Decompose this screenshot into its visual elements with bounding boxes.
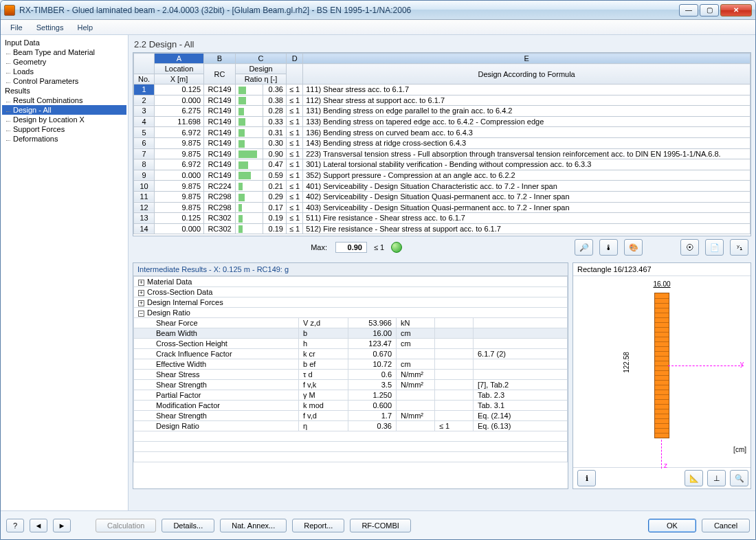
tree-input-data[interactable]: Input Data: [2, 38, 126, 47]
tree-support-forces[interactable]: Support Forces: [2, 124, 126, 134]
beam-shape: [654, 293, 669, 438]
expand-icon[interactable]: +: [138, 300, 144, 306]
prev-button[interactable]: ◄: [30, 519, 47, 532]
table-row[interactable]: 5 6.972 RC149 0.31 ≤ 1 136) Bending stre…: [134, 127, 751, 138]
calculation-button[interactable]: Calculation: [96, 519, 156, 532]
table-row[interactable]: 9 0.000 RC149 0.59 ≤ 1 352) Support pres…: [134, 170, 751, 181]
navigation-tree[interactable]: Input Data Beam Type and Material Geomet…: [1, 35, 129, 510]
detail-row[interactable]: Design Ratio η 0.36 ≤ 1 Eq. (6.13): [134, 421, 568, 431]
cancel-button[interactable]: Cancel: [702, 519, 750, 532]
filter-button-2[interactable]: 🌡: [599, 239, 618, 256]
view-button-3[interactable]: ʸ₁: [730, 239, 748, 256]
col-e[interactable]: E: [303, 54, 751, 64]
col-c[interactable]: C: [236, 54, 287, 64]
tree-result-combinations[interactable]: Result Combinations: [2, 95, 126, 105]
tree-design-location[interactable]: Design by Location X: [2, 115, 126, 124]
col-b[interactable]: B: [204, 54, 236, 64]
max-le: ≤ 1: [371, 243, 387, 251]
max-value: 0.90: [335, 242, 367, 253]
menubar: File Settings Help: [1, 20, 755, 35]
head-no: No.: [134, 74, 155, 85]
tree-geometry[interactable]: Geometry: [2, 57, 126, 67]
zoom-button[interactable]: 🔍: [730, 470, 748, 486]
status-ok-icon: [391, 242, 402, 253]
intermediate-title: Intermediate Results - X: 0.125 m - RC14…: [133, 263, 568, 276]
info-button[interactable]: ℹ: [577, 470, 596, 486]
close-button[interactable]: ✕: [720, 4, 752, 16]
detail-row[interactable]: Modification Factor k mod 0.600 Tab. 3.1: [134, 401, 568, 411]
footer: ? ◄ ► Calculation Details... Nat. Annex.…: [1, 510, 755, 539]
menu-file[interactable]: File: [5, 22, 28, 33]
next-button[interactable]: ►: [53, 519, 71, 532]
help-button[interactable]: ?: [6, 519, 24, 532]
nat-annex-button[interactable]: Nat. Annex...: [220, 519, 287, 532]
col-a[interactable]: A: [155, 54, 204, 64]
head-rc: RC: [204, 64, 236, 85]
table-row[interactable]: 4 11.698 RC149 0.33 ≤ 1 133) Bending str…: [134, 116, 751, 127]
cross-section-panel: Rectangle 16/123.467 16.00 122.58 y z [c…: [572, 262, 751, 489]
stress-button[interactable]: 📐: [685, 470, 703, 486]
expand-icon[interactable]: +: [138, 280, 144, 286]
cs-name: Rectangle 16/123.467: [573, 263, 751, 276]
collapse-icon[interactable]: −: [138, 311, 144, 317]
view-button-2[interactable]: 📄: [705, 239, 724, 256]
tree-design-all[interactable]: Design - All: [2, 105, 126, 115]
col-d[interactable]: D: [287, 54, 303, 64]
detail-row[interactable]: Cross-Section Height h 123.47 cm: [134, 339, 568, 349]
tree-loads[interactable]: Loads: [2, 67, 126, 76]
detail-row[interactable]: Effective Width b ef 10.72 cm: [134, 359, 568, 370]
cs-drawing: 16.00 122.58 y z [cm]: [573, 276, 751, 467]
table-row[interactable]: 13 0.125 RC302 0.19 ≤ 1 511) Fire resist…: [134, 213, 751, 224]
detail-row[interactable]: Shear Strength f v,d 1.7 N/mm² Eq. (2.14…: [134, 411, 568, 421]
view-button-1[interactable]: 🖸: [680, 239, 699, 256]
table-row[interactable]: 2 0.000 RC149 0.38 ≤ 1 112) Shear stress…: [134, 95, 751, 106]
titlebar: RX-TIMBER - Glued laminated beam - 2.04.…: [1, 1, 755, 20]
color-button[interactable]: 🎨: [624, 239, 643, 256]
head-x: X [m]: [155, 74, 204, 85]
tree-deformations[interactable]: Deformations: [2, 134, 126, 144]
table-row[interactable]: 8 6.972 RC149 0.47 ≤ 1 301) Lateral tors…: [134, 159, 751, 170]
table-row[interactable]: 3 6.275 RC149 0.28 ≤ 1 131) Bending stre…: [134, 106, 751, 117]
report-button[interactable]: Report...: [292, 519, 344, 532]
design-grid[interactable]: A B C D E Location RC Design Design Acco…: [133, 52, 751, 236]
axes-button[interactable]: ⊥: [707, 470, 726, 486]
rf-combi-button[interactable]: RF-COMBI: [350, 519, 410, 532]
table-row[interactable]: 11 9.875 RC298 0.29 ≤ 1 402) Serviceabil…: [134, 191, 751, 202]
head-formula: Design According to Formula: [303, 64, 751, 85]
tree-control[interactable]: Control Parameters: [2, 76, 126, 86]
detail-row[interactable]: Beam Width b 16.00 cm: [134, 328, 568, 339]
head-ratio: Ratio η [-]: [236, 74, 287, 85]
head-design: Design: [236, 64, 287, 74]
detail-row[interactable]: Shear Strength f v,k 3.5 N/mm² [7], Tab.…: [134, 380, 568, 390]
page-title: 2.2 Design - All: [133, 36, 751, 52]
menu-help[interactable]: Help: [71, 22, 98, 33]
table-row[interactable]: 10 9.875 RC224 0.21 ≤ 1 401) Serviceabil…: [134, 181, 751, 192]
tree-results[interactable]: Results: [2, 86, 126, 95]
ok-button[interactable]: OK: [648, 519, 696, 532]
maximize-button[interactable]: ▢: [700, 4, 719, 16]
intermediate-results: Intermediate Results - X: 0.125 m - RC14…: [133, 262, 568, 489]
max-label: Max:: [135, 243, 331, 251]
table-row[interactable]: 12 9.875 RC298 0.17 ≤ 1 403) Serviceabil…: [134, 202, 751, 213]
head-location: Location: [155, 64, 204, 74]
app-icon: [4, 5, 15, 16]
details-button[interactable]: Details...: [162, 519, 214, 532]
minimize-button[interactable]: ―: [679, 4, 698, 16]
table-row[interactable]: 1 0.125 RC149 0.36 ≤ 1 111) Shear stress…: [134, 85, 751, 95]
detail-row[interactable]: Shear Force V z,d 53.966 kN: [134, 318, 568, 328]
detail-row[interactable]: Partial Factor γ M 1.250 Tab. 2.3: [134, 390, 568, 401]
window-title: RX-TIMBER - Glued laminated beam - 2.04.…: [19, 5, 679, 15]
expand-icon[interactable]: +: [138, 290, 144, 296]
table-row[interactable]: 14 0.000 RC302 0.19 ≤ 1 512) Fire resist…: [134, 223, 751, 234]
tree-beam-type[interactable]: Beam Type and Material: [2, 47, 126, 57]
table-row[interactable]: 6 9.875 RC149 0.30 ≤ 1 143) Bending stre…: [134, 137, 751, 148]
menu-settings[interactable]: Settings: [31, 22, 69, 33]
detail-row[interactable]: Crack Influence Factor k cr 0.670 6.1.7 …: [134, 349, 568, 359]
table-row[interactable]: 7 9.875 RC149 0.90 ≤ 1 223) Transversal …: [134, 148, 751, 159]
detail-row[interactable]: Shear Stress τ d 0.6 N/mm²: [134, 370, 568, 380]
filter-button-1[interactable]: 🔎: [575, 239, 593, 256]
